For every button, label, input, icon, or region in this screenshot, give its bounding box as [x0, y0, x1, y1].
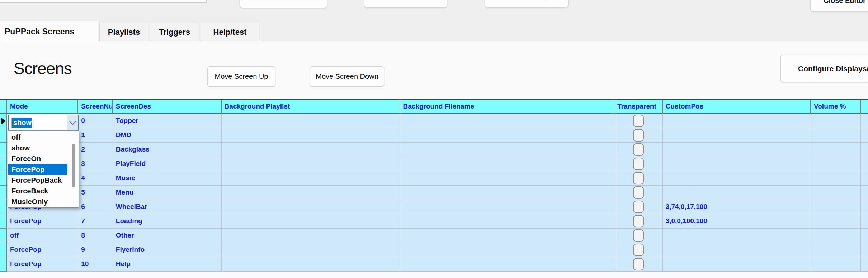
- transparent-checkbox[interactable]: [633, 229, 644, 242]
- cell-volume[interactable]: [811, 157, 861, 171]
- cell-volume[interactable]: [811, 257, 861, 272]
- cell-filename[interactable]: [400, 157, 615, 171]
- cell-mode[interactable]: ForcePop: [7, 243, 78, 257]
- cell-playlist[interactable]: [222, 243, 400, 257]
- cell-num[interactable]: 6: [78, 200, 113, 214]
- cell-playlist[interactable]: [222, 214, 400, 229]
- transparent-checkbox[interactable]: [633, 158, 644, 170]
- close-editor-button[interactable]: Close Editor: [810, 0, 868, 11]
- cell-des[interactable]: WheelBar: [113, 200, 222, 214]
- cell-num[interactable]: 3: [78, 157, 113, 171]
- column-header-volume[interactable]: Volume %: [811, 100, 861, 114]
- transparent-checkbox[interactable]: [633, 201, 644, 213]
- cell-des[interactable]: Loading: [113, 214, 222, 229]
- dropdown-option[interactable]: MusicOnly: [8, 196, 67, 207]
- transparent-checkbox[interactable]: [633, 215, 644, 227]
- cell-volume[interactable]: [811, 186, 861, 200]
- dropdown-option[interactable]: ForceBack: [8, 186, 67, 196]
- dropdown-option[interactable]: ForceOn: [8, 153, 67, 164]
- cell-des[interactable]: Music: [113, 171, 222, 186]
- cell-num[interactable]: 4: [78, 171, 113, 186]
- cell-custompos[interactable]: [663, 171, 811, 186]
- column-header-custompos[interactable]: CustomPos: [663, 100, 811, 114]
- cell-custompos[interactable]: [663, 257, 811, 272]
- cell-num[interactable]: 5: [78, 186, 113, 200]
- cancel-changes-button[interactable]: Cancel Changes: [485, 0, 569, 8]
- mode-combobox-value-area[interactable]: show: [9, 115, 67, 130]
- cell-volume[interactable]: [811, 128, 861, 143]
- cell-num[interactable]: 7: [78, 214, 113, 229]
- column-header-playlist[interactable]: Background Playlist: [222, 100, 400, 114]
- tab-triggers[interactable]: Triggers: [150, 23, 199, 41]
- cell-mode[interactable]: off: [7, 229, 78, 243]
- cell-custompos[interactable]: [663, 243, 811, 257]
- cell-playlist[interactable]: [222, 257, 400, 272]
- cell-volume[interactable]: [811, 214, 861, 229]
- cell-des[interactable]: Menu: [113, 186, 222, 200]
- transparent-checkbox[interactable]: [633, 129, 644, 142]
- transparent-checkbox[interactable]: [633, 143, 644, 156]
- cell-volume[interactable]: [811, 243, 861, 257]
- dropdown-option[interactable]: ForcePop: [8, 164, 67, 175]
- dropdown-option[interactable]: off: [8, 132, 67, 143]
- cell-filename[interactable]: [400, 214, 615, 229]
- dropdown-option[interactable]: show: [8, 143, 67, 153]
- cell-playlist[interactable]: [222, 157, 400, 171]
- move-screen-down-button[interactable]: Move Screen Down: [310, 66, 384, 87]
- cell-des[interactable]: Backglass: [113, 143, 222, 157]
- cell-num[interactable]: 0: [78, 114, 113, 128]
- move-screen-up-button[interactable]: Move Screen Up: [207, 66, 275, 87]
- cell-num[interactable]: 10: [78, 257, 113, 272]
- cell-custompos[interactable]: [663, 157, 811, 171]
- column-header-filename[interactable]: Background Filename: [400, 100, 615, 114]
- cell-volume[interactable]: [811, 143, 861, 157]
- cell-volume[interactable]: [811, 171, 861, 186]
- cell-filename[interactable]: [400, 114, 615, 128]
- cell-playlist[interactable]: [222, 200, 400, 214]
- cell-custompos[interactable]: [663, 114, 811, 128]
- cell-num[interactable]: 8: [78, 229, 113, 243]
- cell-custompos[interactable]: 3,74,0,17,100: [663, 200, 811, 214]
- configure-displays-button[interactable]: Configure Displays/ Layout: [780, 55, 868, 82]
- tab-help-test[interactable]: Help/test: [201, 23, 259, 41]
- cell-volume[interactable]: [811, 114, 861, 128]
- transparent-checkbox[interactable]: [633, 258, 644, 270]
- cell-des[interactable]: FlyerInfo: [113, 243, 222, 257]
- column-header-des[interactable]: ScreenDes: [113, 100, 222, 114]
- cell-filename[interactable]: [400, 186, 615, 200]
- cell-num[interactable]: 2: [78, 143, 113, 157]
- cell-des[interactable]: Help: [113, 257, 222, 272]
- cell-mode[interactable]: ForcePop: [7, 257, 78, 272]
- cell-custompos[interactable]: [663, 143, 811, 157]
- cell-volume[interactable]: [811, 200, 861, 214]
- cell-mode[interactable]: ForcePop: [7, 214, 78, 229]
- transparent-checkbox[interactable]: [633, 244, 644, 256]
- save-puppack-button[interactable]: Save PuP-Pack: [364, 0, 447, 8]
- cell-filename[interactable]: [400, 200, 615, 214]
- dropdown-option[interactable]: ForcePopBack: [8, 175, 67, 186]
- column-header-transparent[interactable]: Transparent: [614, 100, 662, 114]
- cell-filename[interactable]: [400, 128, 615, 143]
- cell-volume[interactable]: [811, 229, 861, 243]
- cell-custompos[interactable]: [663, 229, 811, 243]
- cell-custompos[interactable]: 3,0,0,100,100: [663, 214, 811, 229]
- cell-filename[interactable]: [400, 257, 615, 272]
- cell-filename[interactable]: [400, 143, 615, 157]
- tab-playlists[interactable]: Playlists: [99, 23, 148, 41]
- cell-playlist[interactable]: [222, 128, 400, 143]
- cell-des[interactable]: PlayField: [113, 157, 222, 171]
- column-header-mode[interactable]: Mode: [7, 100, 78, 114]
- transparent-checkbox[interactable]: [633, 115, 644, 127]
- cell-playlist[interactable]: [222, 171, 400, 186]
- cell-playlist[interactable]: [222, 143, 400, 157]
- cell-des[interactable]: Topper: [113, 114, 222, 128]
- dropdown-scrollbar-thumb[interactable]: [72, 144, 75, 187]
- cell-playlist[interactable]: [222, 229, 400, 243]
- cell-playlist[interactable]: [222, 114, 400, 128]
- mode-combobox[interactable]: show: [8, 115, 79, 131]
- transparent-checkbox[interactable]: [633, 172, 644, 184]
- load-puppack-button[interactable]: Load PuP-Pack: [240, 0, 327, 8]
- cell-filename[interactable]: [400, 243, 615, 257]
- cell-playlist[interactable]: [222, 186, 400, 200]
- column-header-num[interactable]: ScreenNum: [78, 100, 113, 114]
